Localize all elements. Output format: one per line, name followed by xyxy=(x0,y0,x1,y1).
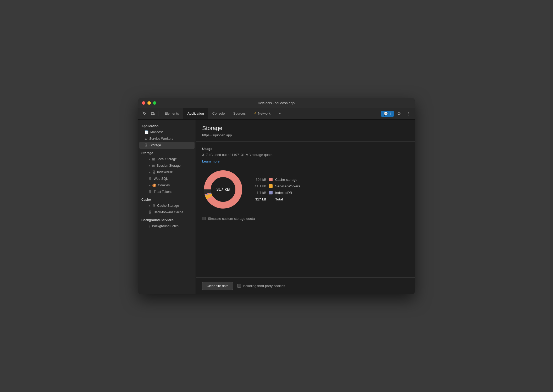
sidebar-item-websql[interactable]: 🗄 Web SQL xyxy=(139,176,195,182)
toolbar: Elements Application Console Sources ⚠ N… xyxy=(138,108,415,120)
usage-description: 317 kB used out of 1197131 MB storage qu… xyxy=(202,153,408,157)
svg-rect-1 xyxy=(154,113,155,114)
sidebar-section-application: Application xyxy=(138,122,196,129)
legend-item-total: 317 kB Total xyxy=(255,197,300,201)
legend-item-indexeddb: 1.7 kB IndexedDB xyxy=(255,191,300,195)
cache-storage-chevron: ▶ xyxy=(149,204,151,207)
cache-label: Cache storage xyxy=(275,178,297,182)
sidebar-item-background-fetch[interactable]: ↑ Background Fetch xyxy=(139,223,195,229)
sidebar: Application 📄 Manifest ⚙ Service Workers… xyxy=(138,120,196,294)
learn-more-link[interactable]: Learn more xyxy=(202,159,219,163)
settings-button[interactable]: ⚙ xyxy=(395,109,403,118)
legend-item-workers: 11.1 kB Service Workers xyxy=(255,184,300,188)
third-party-row: including third-party cookies xyxy=(237,284,285,288)
background-fetch-icon: ↑ xyxy=(149,224,151,228)
network-warning-icon: ⚠ xyxy=(254,111,257,115)
content-header: Storage https://squoosh.app xyxy=(196,120,415,142)
third-party-checkbox[interactable] xyxy=(237,284,241,288)
chart-section: 317 kB 304 kB Cache storage 11.1 kB Serv… xyxy=(202,169,408,210)
sidebar-item-cache-storage[interactable]: ▶ 🗄 Cache Storage xyxy=(139,203,195,209)
close-button[interactable] xyxy=(142,101,145,105)
backforward-cache-icon: 🗄 xyxy=(149,210,152,214)
manifest-icon: 📄 xyxy=(145,130,149,134)
third-party-label: including third-party cookies xyxy=(243,284,285,288)
tab-network[interactable]: ⚠ Network xyxy=(250,108,275,119)
inspect-element-button[interactable] xyxy=(140,109,149,118)
window-controls xyxy=(142,101,156,105)
workers-value: 11.1 kB xyxy=(255,184,266,188)
sidebar-section-background: Background Services xyxy=(138,216,196,223)
clear-site-data-button[interactable]: Clear site data xyxy=(202,282,233,290)
tab-console[interactable]: Console xyxy=(208,108,229,119)
legend-item-cache: 304 kB Cache storage xyxy=(255,178,300,182)
site-url: https://squoosh.app xyxy=(202,133,408,137)
local-storage-icon: ⊞ xyxy=(152,157,155,161)
sidebar-section-storage: Storage xyxy=(138,149,196,156)
content-footer: Clear site data including third-party co… xyxy=(196,277,415,294)
svg-rect-0 xyxy=(151,113,154,115)
sidebar-item-trust-tokens[interactable]: 🗄 Trust Tokens xyxy=(139,189,195,195)
window-title: DevTools - squoosh.app/ xyxy=(258,101,295,105)
cache-storage-icon: 🗄 xyxy=(152,204,156,208)
sidebar-item-indexeddb[interactable]: ▶ 🗄 IndexedDB xyxy=(139,169,195,176)
cache-color-swatch xyxy=(269,178,273,181)
websql-icon: 🗄 xyxy=(149,177,152,181)
indexeddb-color-swatch xyxy=(269,191,273,194)
sidebar-section-cache: Cache xyxy=(138,195,196,203)
trust-tokens-icon: 🗄 xyxy=(149,190,152,194)
cookies-icon: 🍪 xyxy=(152,183,156,187)
storage-icon: 🗄 xyxy=(145,143,148,147)
local-storage-chevron: ▶ xyxy=(149,158,151,160)
maximize-button[interactable] xyxy=(153,101,156,105)
notification-button[interactable]: 💬 1 xyxy=(381,111,394,117)
sidebar-item-storage[interactable]: 🗄 Storage xyxy=(139,142,195,149)
toolbar-right: 💬 1 ⚙ ⋮ xyxy=(381,109,413,118)
tab-application[interactable]: Application xyxy=(183,108,208,119)
donut-chart: 317 kB xyxy=(202,169,244,210)
tab-sources[interactable]: Sources xyxy=(229,108,250,119)
cache-value: 304 kB xyxy=(255,178,266,182)
sidebar-item-session-storage[interactable]: ▶ ⊞ Session Storage xyxy=(139,163,195,169)
chart-legend: 304 kB Cache storage 11.1 kB Service Wor… xyxy=(255,178,300,201)
total-value: 317 kB xyxy=(255,197,266,201)
sidebar-item-cookies[interactable]: ▶ 🍪 Cookies xyxy=(139,182,195,189)
svg-point-6 xyxy=(211,177,235,202)
simulate-label: Simulate custom storage quota xyxy=(208,217,255,221)
session-storage-icon: ⊞ xyxy=(152,164,155,168)
usage-heading: Usage xyxy=(202,147,408,151)
content-body: Usage 317 kB used out of 1197131 MB stor… xyxy=(196,142,415,277)
indexeddb-label: IndexedDB xyxy=(275,191,292,195)
sidebar-item-service-workers[interactable]: ⚙ Service Workers xyxy=(139,136,195,142)
cookies-chevron: ▶ xyxy=(149,184,151,187)
session-storage-chevron: ▶ xyxy=(149,164,151,167)
toolbar-separator xyxy=(158,111,158,116)
total-label: Total xyxy=(275,197,283,201)
page-title: Storage xyxy=(202,125,408,132)
main-area: Application 📄 Manifest ⚙ Service Workers… xyxy=(138,120,415,294)
indexeddb-icon: 🗄 xyxy=(152,170,156,174)
chat-icon: 💬 xyxy=(384,112,388,116)
minimize-button[interactable] xyxy=(147,101,151,105)
service-workers-icon: ⚙ xyxy=(145,137,148,141)
tab-list: Elements Application Console Sources ⚠ N… xyxy=(161,108,285,119)
indexeddb-chevron: ▶ xyxy=(149,171,151,173)
sidebar-item-backforward-cache[interactable]: 🗄 Back-forward Cache xyxy=(139,209,195,216)
simulate-row: Simulate custom storage quota xyxy=(202,217,408,221)
tab-elements[interactable]: Elements xyxy=(161,108,183,119)
device-toggle-button[interactable] xyxy=(149,109,157,118)
simulate-checkbox[interactable] xyxy=(202,217,206,220)
tab-more[interactable]: » xyxy=(275,108,285,119)
workers-label: Service Workers xyxy=(275,184,300,188)
content-area: Storage https://squoosh.app Usage 317 kB… xyxy=(196,120,415,294)
more-options-button[interactable]: ⋮ xyxy=(404,109,413,118)
sidebar-item-local-storage[interactable]: ▶ ⊞ Local Storage xyxy=(139,156,195,163)
devtools-window: DevTools - squoosh.app/ Elements Applica… xyxy=(138,98,415,294)
titlebar: DevTools - squoosh.app/ xyxy=(138,98,415,108)
sidebar-item-manifest[interactable]: 📄 Manifest xyxy=(139,129,195,136)
workers-color-swatch xyxy=(269,184,273,188)
indexeddb-value: 1.7 kB xyxy=(255,191,266,195)
